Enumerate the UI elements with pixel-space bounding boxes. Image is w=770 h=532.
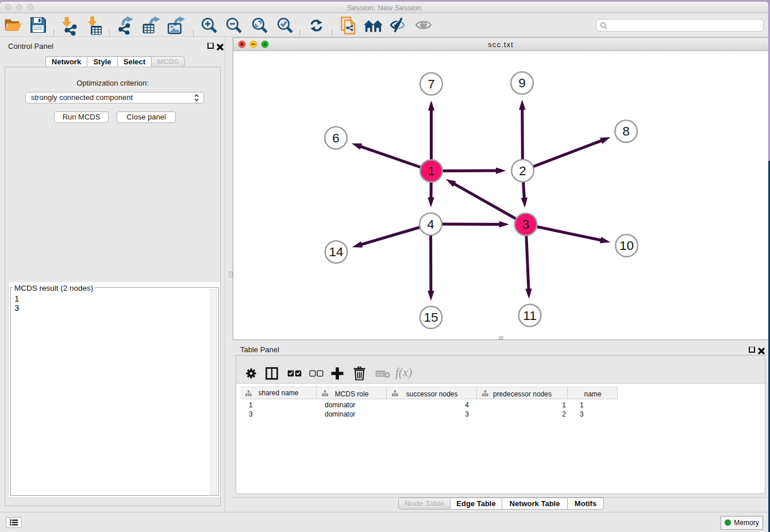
svg-text:3: 3 xyxy=(522,217,530,232)
svg-text:7: 7 xyxy=(428,77,435,91)
svg-text:2: 2 xyxy=(519,164,526,178)
svg-text:14: 14 xyxy=(329,245,343,259)
svg-text:9: 9 xyxy=(518,76,526,90)
svg-text:15: 15 xyxy=(424,310,438,325)
svg-text:8: 8 xyxy=(622,124,630,138)
svg-text:1: 1 xyxy=(428,164,435,178)
svg-text:10: 10 xyxy=(619,238,634,253)
svg-text:6: 6 xyxy=(332,131,340,145)
svg-text:11: 11 xyxy=(523,309,536,323)
svg-text:4: 4 xyxy=(427,217,434,232)
